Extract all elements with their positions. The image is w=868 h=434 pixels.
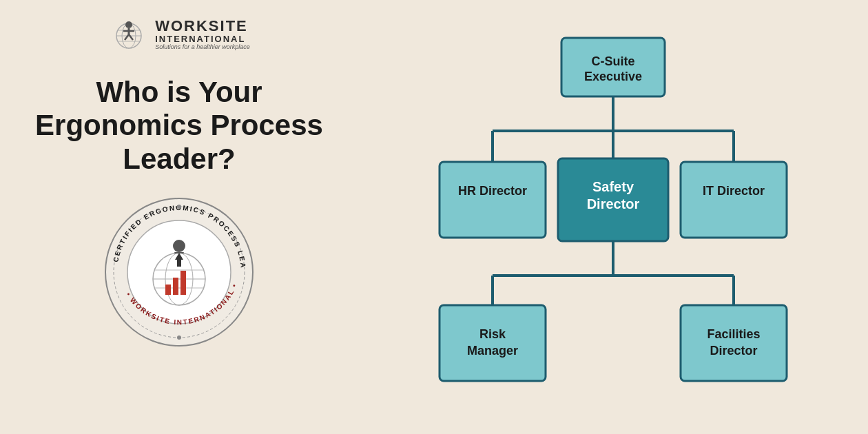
svg-rect-43 (681, 305, 787, 381)
logo-area: WORKSITE INTERNATIONAL Solutions for a h… (108, 14, 250, 55)
svg-rect-37 (681, 162, 787, 238)
svg-rect-35 (440, 162, 546, 238)
csuite-label: C-Suite (592, 54, 635, 68)
left-panel: WORKSITE INTERNATIONAL Solutions for a h… (0, 0, 358, 434)
logo-tagline: Solutions for a healthier workplace (155, 44, 250, 51)
logo-sub-text: INTERNATIONAL (155, 34, 250, 44)
svg-point-28 (177, 335, 181, 340)
it-director-label: IT Director (703, 184, 765, 198)
badge-container: CERTIFIED ERGONOMICS PROCESS LEADER • WO… (103, 196, 255, 348)
svg-rect-18 (165, 285, 171, 295)
svg-point-27 (177, 205, 181, 209)
facilities-director-label2: Director (710, 344, 757, 358)
right-panel: C-Suite Executive HR Director Safety Dir… (358, 0, 868, 434)
svg-rect-19 (173, 278, 178, 295)
facilities-director-label: Facilities (707, 327, 760, 341)
svg-line-8 (125, 34, 129, 40)
logo-text: WORKSITE INTERNATIONAL Solutions for a h… (155, 18, 250, 51)
svg-point-5 (125, 21, 132, 28)
logo-main: WORKSITE (155, 18, 250, 34)
svg-line-9 (129, 34, 133, 40)
svg-rect-20 (180, 271, 186, 295)
safety-director-label: Safety (592, 179, 634, 194)
logo-icon (108, 14, 149, 55)
svg-rect-24 (174, 252, 184, 254)
hr-director-label: HR Director (458, 184, 527, 198)
svg-rect-42 (440, 305, 546, 381)
badge-svg: CERTIFIED ERGONOMICS PROCESS LEADER • WO… (103, 196, 255, 348)
csuite-label2: Executive (584, 70, 642, 83)
svg-point-23 (173, 240, 185, 252)
risk-manager-label: Risk (479, 327, 506, 341)
org-chart-svg: C-Suite Executive HR Director Safety Dir… (386, 17, 840, 417)
headline: Who is Your Ergonomics Process Leader? (0, 76, 358, 176)
svg-rect-22 (177, 260, 181, 267)
risk-manager-label2: Manager (467, 344, 518, 358)
safety-director-label2: Director (587, 196, 640, 211)
